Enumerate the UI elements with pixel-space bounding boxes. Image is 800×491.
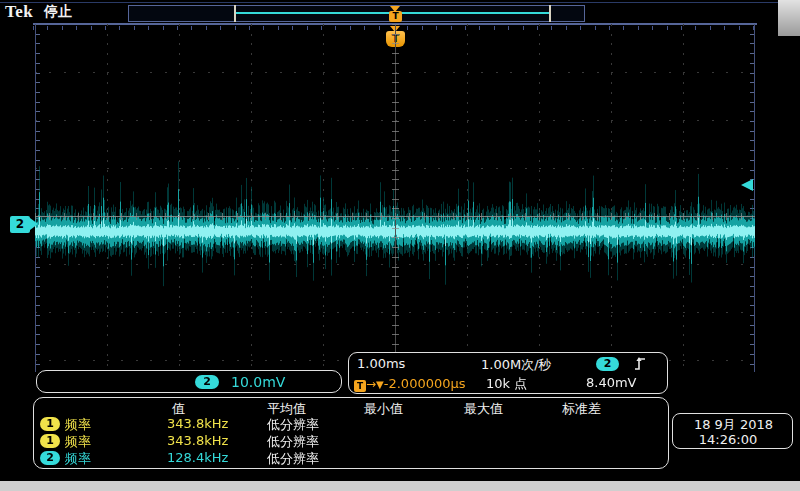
ch2-ground-marker-tip (30, 218, 38, 230)
measurement-name: 频率 (65, 450, 91, 468)
measurement-row: 2 频率 128.4kHz 低分辨率 (34, 450, 670, 467)
time-per-div: 1.00ms (357, 356, 405, 371)
measurement-value: 343.8kHz (167, 416, 228, 431)
rising-edge-slope-icon (633, 355, 649, 372)
tek-logo: Tek (5, 2, 33, 22)
window-bracket-right[interactable] (549, 5, 551, 22)
ch1-badge: 1 (40, 434, 60, 448)
measurement-name: 频率 (65, 416, 91, 434)
trigger-delay-value: -2.000000µs (384, 376, 466, 391)
measurement-name: 频率 (65, 433, 91, 451)
center-vertical-axis-ticks (392, 24, 399, 372)
ch2-badge: 2 (195, 375, 219, 389)
ch2-scale-value: 10.0mV (231, 374, 285, 390)
trigger-arrow-icon: → (366, 377, 376, 391)
top-frame-line (0, 2, 778, 3)
trigger-level-arrow-icon[interactable] (741, 179, 753, 191)
ch2-scale-readout: 2 10.0mV (36, 370, 342, 393)
center-horizontal-axis-ticks (35, 213, 755, 220)
oscilloscope-screen: Tek 停止 T T 2 (0, 0, 800, 491)
measurement-table: 值 平均值 最小值 最大值 标准差 1 频率 343.8kHz 低分辨率 1 频… (33, 397, 669, 469)
graticule (35, 24, 755, 372)
record-length: 10k 点 (486, 375, 527, 393)
measurement-row: 1 频率 343.8kHz 低分辨率 (34, 416, 670, 433)
measurement-row: 1 频率 343.8kHz 低分辨率 (34, 433, 670, 450)
datetime-box: 18 9月 2018 14:26:00 (672, 413, 793, 449)
acquisition-status: 停止 (44, 3, 72, 21)
trigger-t-icon: T (354, 380, 366, 392)
ch2-ground-marker-label: 2 (10, 216, 30, 233)
trigger-caret-icon: ▼ (376, 379, 384, 390)
measurement-mean: 低分辨率 (267, 450, 319, 468)
measurement-value: 343.8kHz (167, 433, 228, 448)
measurement-mean: 低分辨率 (267, 433, 319, 451)
trigger-position-icon-bar[interactable]: T (389, 11, 402, 22)
sample-rate: 1.00M次/秒 (481, 356, 552, 374)
bezel-bottom (0, 481, 800, 491)
horizontal-readout: 1.00ms 1.00M次/秒 2 T→▼-2.000000µs 10k 点 8… (348, 352, 668, 394)
trigger-level-value: 8.40mV (586, 375, 637, 390)
time-label: 14:26:00 (673, 432, 783, 447)
ch1-badge: 1 (40, 417, 60, 431)
ch2-badge: 2 (40, 451, 60, 465)
trigger-source-badge: 2 (596, 357, 619, 371)
measurement-mean: 低分辨率 (267, 416, 319, 434)
trigger-delay-readout: T→▼-2.000000µs (354, 376, 466, 392)
bezel-top-right (778, 0, 800, 36)
measurement-value: 128.4kHz (167, 450, 228, 465)
